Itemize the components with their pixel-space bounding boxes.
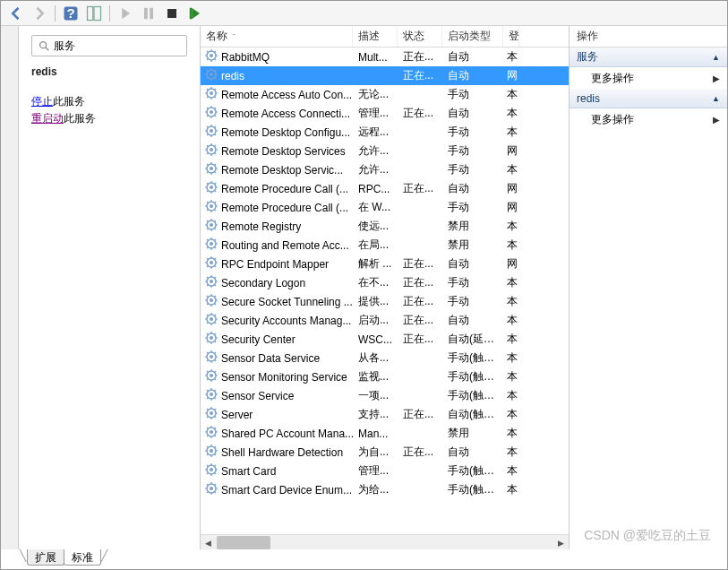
cell-name: Remote Desktop Services [201,142,353,160]
cell-name: Routing and Remote Acc... [201,237,353,254]
stop-link[interactable]: 停止 [31,95,53,108]
cell-desc: Man... [353,428,398,440]
header-desc[interactable]: 描述 [353,26,398,47]
scroll-right-icon[interactable]: ▶ [553,535,569,549]
table-row[interactable]: Sensor Monitoring Service监视...手动(触发...本 [201,367,569,386]
table-row[interactable]: Remote Access Auto Con...无论...手动本 [201,85,569,104]
cell-name: Remote Access Auto Con... [201,86,353,103]
table-row[interactable]: Secure Socket Tunneling ...提供...正在...手动本 [201,292,569,311]
table-row[interactable]: Security Accounts Manag...启动...正在...自动本 [201,311,569,330]
cell-name: Secure Socket Tunneling ... [201,293,353,310]
header-login[interactable]: 登 [503,26,519,47]
submenu-icon: ▶ [713,115,720,125]
cell-start: 禁用 [442,238,503,253]
table-row[interactable]: Remote Desktop Services允许...手动网 [201,142,569,160]
scroll-left-icon[interactable]: ◀ [201,535,216,549]
table-row[interactable]: Routing and Remote Acc...在局...禁用本 [201,236,569,255]
svg-point-53 [210,449,213,453]
cell-start: 手动(触发... [442,482,503,497]
back-button[interactable] [6,4,26,23]
tab-extended[interactable]: 扩展 [27,549,64,566]
table-row[interactable]: Smart Card Device Enum...为给...手动(触发...本 [201,480,569,499]
cell-name: Security Accounts Manag... [201,312,353,329]
svg-point-31 [210,242,213,246]
svg-rect-3 [94,6,101,20]
horizontal-scrollbar[interactable]: ◀ ▶ [201,534,569,549]
pause-button[interactable] [139,4,158,23]
header-name[interactable]: 名称ˆ [201,26,353,47]
svg-point-45 [210,374,213,377]
restart-button[interactable] [185,4,205,23]
svg-point-13 [210,73,213,76]
table-row[interactable]: Remote Desktop Servic...允许...手动本 [201,160,569,179]
table-row[interactable]: redis正在...自动网 [201,66,569,85]
cell-name: redis [201,67,353,84]
cell-name: RPC Endpoint Mapper [201,255,353,272]
table-row[interactable]: Remote Access Connecti...管理...正在...自动本 [201,104,569,123]
details-icon [85,4,103,22]
cell-desc: 解析 ... [353,256,398,272]
cell-start: 手动(触发... [442,350,503,366]
restart-link-row: 重启动此服务 [31,111,187,126]
forward-button[interactable] [30,4,49,23]
table-row[interactable]: Smart Card管理...手动(触发...本 [201,462,569,480]
stop-button[interactable] [162,4,182,23]
table-row[interactable]: Security CenterWSC...正在...自动(延迟...本 [201,330,569,349]
grid-body[interactable]: RabbitMQMult...正在...自动本redis正在...自动网Remo… [201,48,569,534]
svg-point-15 [210,91,213,95]
cell-name: RabbitMQ [201,48,353,65]
cell-start: 自动 [442,313,503,328]
cell-start: 手动 [442,125,503,140]
sort-indicator-icon: ˆ [233,32,236,40]
table-row[interactable]: RPC Endpoint Mapper解析 ...正在...自动网 [201,255,569,273]
cell-login: 本 [503,332,519,347]
cell-desc: 允许... [353,162,398,177]
table-row[interactable]: Shell Hardware Detection为自...正在...自动本 [201,443,569,462]
content: 服务 redis 停止此服务 重启动此服务 名称ˆ 描述 状态 启动类型 登 R… [19,26,727,549]
tab-standard[interactable]: 标准 [64,549,101,566]
gear-icon [204,199,221,216]
svg-point-55 [210,468,213,471]
cell-login: 本 [503,49,519,65]
svg-point-19 [210,129,213,133]
table-row[interactable]: Sensor Data Service从各...手动(触发...本 [201,349,569,367]
stop-link-row: 停止此服务 [31,94,187,109]
gear-icon [204,105,221,122]
table-row[interactable]: Remote Procedure Call (...在 W...手动网 [201,198,569,217]
table-row[interactable]: Sensor Service一项...手动(触发...本 [201,386,569,405]
cell-name: Server [201,406,353,423]
restart-link[interactable]: 重启动 [31,112,64,125]
search-box[interactable]: 服务 [31,35,187,56]
cell-login: 本 [503,350,519,366]
table-row[interactable]: Secondary Logon在不...正在...手动本 [201,273,569,292]
gear-icon [204,350,221,367]
cell-login: 本 [503,313,519,328]
tab-decoration: ╲ [20,549,26,562]
table-row[interactable]: RabbitMQMult...正在...自动本 [201,48,569,66]
details-button[interactable] [84,4,104,23]
actions-group-services[interactable]: 服务▲ [570,48,727,67]
table-row[interactable]: Server支持...正在...自动(触发...本 [201,405,569,424]
actions-more-redis[interactable]: 更多操作▶ [570,108,727,130]
cell-desc: 使远... [353,219,398,234]
table-row[interactable]: Remote Registry使远...禁用本 [201,217,569,236]
cell-desc: 在 W... [353,200,398,215]
svg-point-33 [210,261,213,264]
table-row[interactable]: Shared PC Account Mana...Man...禁用本 [201,424,569,443]
header-start[interactable]: 启动类型 [442,26,503,47]
cell-desc: RPC... [353,183,398,195]
cell-login: 本 [503,407,519,422]
scroll-thumb[interactable] [217,536,270,549]
actions-more-services[interactable]: 更多操作▶ [570,67,727,89]
left-handle[interactable] [1,26,19,549]
start-button[interactable] [116,4,135,23]
header-status[interactable]: 状态 [398,26,442,47]
help-button[interactable]: ? [61,4,81,23]
table-row[interactable]: Remote Desktop Configu...远程...手动本 [201,123,569,142]
table-row[interactable]: Remote Procedure Call (...RPC...正在...自动网 [201,179,569,198]
cell-name: Secondary Logon [201,274,353,291]
cell-desc: 管理... [353,463,398,479]
cell-status: 正在... [398,294,442,309]
actions-group-redis[interactable]: redis▲ [570,89,727,108]
cell-start: 自动 [442,49,503,65]
